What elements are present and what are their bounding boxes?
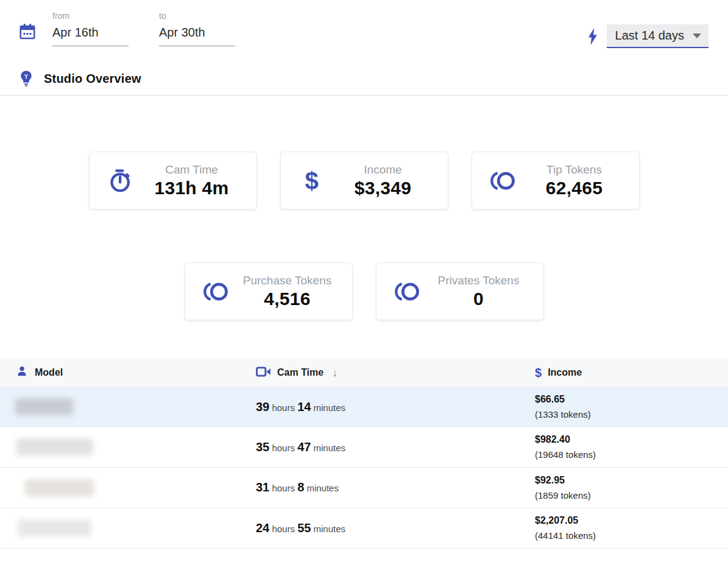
minutes-word: minutes: [314, 524, 346, 534]
calendar-icon[interactable]: [18, 23, 37, 41]
income-tokens: (1859 tokens): [535, 490, 728, 501]
income-tokens: (19648 tokens): [535, 449, 728, 460]
stat-value: 131h 4m: [154, 178, 228, 198]
stat-label: Purchase Tokens: [243, 274, 331, 287]
section-divider: [0, 95, 728, 96]
cam-time-cell: 35 hours 47 minutes: [256, 440, 535, 454]
table-row[interactable]: 39 hours 14 minutes $66.65 (1333 tokens): [0, 387, 728, 427]
hours-value: 31: [256, 480, 269, 494]
person-icon: [15, 365, 29, 381]
lightbulb-icon: [19, 69, 33, 88]
stat-card-privates-tokens: Privates Tokens 0: [376, 262, 544, 320]
model-name-redacted: [25, 479, 94, 496]
models-table: Model Cam Time ↓ $ Income 39 hours 14 mi…: [0, 359, 728, 549]
column-header-label: Cam Time: [277, 367, 323, 378]
hours-value: 24: [256, 521, 269, 535]
dollar-icon: $: [294, 169, 330, 193]
stat-value: 62,465: [546, 178, 603, 198]
date-from-label: from: [52, 11, 129, 21]
sort-desc-icon[interactable]: ↓: [332, 367, 337, 379]
column-header-label: Model: [35, 367, 63, 378]
column-header-cam-time[interactable]: Cam Time ↓: [256, 366, 535, 380]
minutes-value: 14: [297, 400, 311, 413]
dollar-icon: $: [535, 367, 542, 379]
table-row[interactable]: 31 hours 8 minutes $92.95 (1859 tokens): [0, 468, 728, 508]
cam-time-cell: 24 hours 55 minutes: [256, 521, 535, 535]
model-cell: [0, 398, 256, 415]
coins-icon: [199, 281, 234, 303]
income-cell: $66.65 (1333 tokens): [535, 394, 728, 420]
top-bar: from Apr 16th to Apr 30th Last 14 days: [0, 0, 728, 61]
coins-icon: [390, 281, 425, 303]
date-from-value[interactable]: Apr 16th: [52, 26, 129, 46]
minutes-value: 47: [297, 440, 311, 454]
minutes-value: 8: [297, 480, 304, 494]
date-to-value[interactable]: Apr 30th: [159, 26, 235, 46]
income-value: $66.65: [535, 394, 728, 405]
stat-value: 4,516: [264, 289, 311, 309]
coins-icon: [486, 170, 521, 192]
income-tokens: (1333 tokens): [535, 409, 728, 420]
stat-value: 0: [473, 289, 484, 309]
income-value: $92.95: [535, 475, 728, 486]
section-heading-row: Studio Overview: [19, 69, 728, 88]
stats-row-1: Cam Time 131h 4m $ Income $3,349 Tip Tok…: [0, 152, 728, 209]
model-name-redacted: [18, 519, 91, 536]
income-cell: $982.40 (19648 tokens): [535, 434, 728, 460]
column-header-income[interactable]: $ Income: [535, 367, 728, 379]
stat-value: $3,349: [355, 178, 412, 198]
hours-word: hours: [272, 443, 295, 453]
stat-card-tip-tokens: Tip Tokens 62,465: [472, 152, 640, 209]
videocam-icon: [256, 366, 271, 380]
stat-card-income: $ Income $3,349: [280, 152, 448, 209]
stat-card-cam-time: Cam Time 131h 4m: [89, 152, 257, 209]
hours-word: hours: [272, 483, 295, 493]
column-header-label: Income: [548, 367, 582, 378]
hours-word: hours: [272, 524, 295, 534]
stats-row-2: Purchase Tokens 4,516 Privates Tokens 0: [0, 262, 728, 320]
hours-word: hours: [272, 402, 295, 413]
minutes-word: minutes: [314, 443, 346, 453]
minutes-word: minutes: [306, 483, 339, 493]
stopwatch-icon: [103, 169, 138, 193]
income-cell: $92.95 (1859 tokens): [535, 475, 728, 501]
range-dropdown-value: Last 14 days: [615, 29, 684, 43]
page-title: Studio Overview: [44, 72, 141, 86]
model-cell: [0, 479, 256, 496]
cam-time-cell: 31 hours 8 minutes: [256, 480, 535, 494]
range-dropdown[interactable]: Last 14 days: [607, 24, 709, 48]
stat-label: Tip Tokens: [546, 163, 602, 177]
model-cell: [0, 438, 256, 455]
income-value: $982.40: [535, 434, 728, 445]
model-name-redacted: [15, 398, 73, 415]
stat-label: Privates Tokens: [438, 274, 520, 287]
stat-label: Cam Time: [165, 163, 218, 177]
minutes-word: minutes: [314, 402, 346, 413]
lightning-icon: [587, 28, 598, 45]
date-to-label: to: [159, 11, 235, 21]
income-cell: $2,207.05 (44141 tokens): [535, 515, 728, 541]
column-header-model[interactable]: Model: [0, 365, 256, 381]
cam-time-cell: 39 hours 14 minutes: [256, 400, 535, 414]
model-cell: [0, 519, 256, 536]
model-name-redacted: [16, 438, 93, 455]
date-from-field[interactable]: from Apr 16th: [52, 11, 129, 46]
table-row[interactable]: 24 hours 55 minutes $2,207.05 (44141 tok…: [0, 508, 728, 549]
quick-range-group: Last 14 days: [587, 24, 709, 48]
date-to-field[interactable]: to Apr 30th: [159, 11, 235, 46]
hours-value: 39: [256, 400, 269, 413]
hours-value: 35: [256, 440, 269, 454]
table-row[interactable]: 35 hours 47 minutes $982.40 (19648 token…: [0, 427, 728, 468]
minutes-value: 55: [297, 521, 311, 535]
stat-card-purchase-tokens: Purchase Tokens 4,516: [185, 262, 353, 320]
chevron-down-icon: [693, 33, 701, 38]
income-tokens: (44141 tokens): [535, 530, 728, 541]
table-header: Model Cam Time ↓ $ Income: [0, 359, 728, 387]
income-value: $2,207.05: [535, 515, 728, 526]
stat-label: Income: [364, 163, 401, 177]
